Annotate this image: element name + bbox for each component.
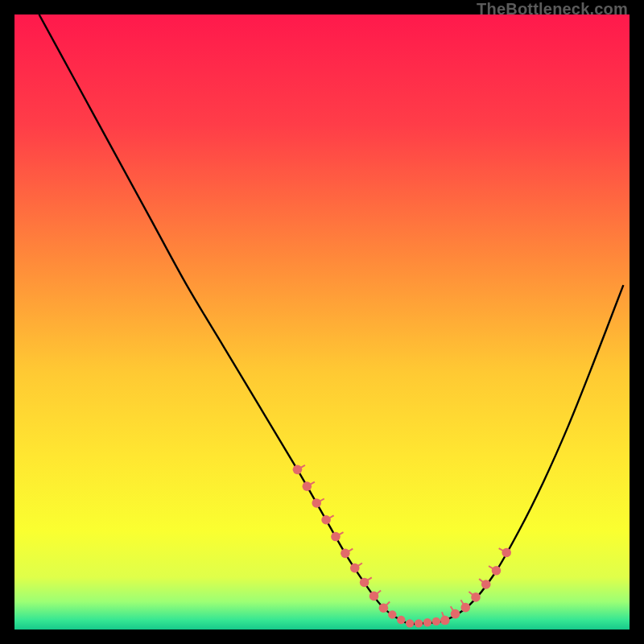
- highlight-dot: [406, 619, 414, 627]
- highlight-dot: [293, 465, 303, 475]
- highlight-dot: [397, 616, 405, 624]
- highlight-dot: [432, 617, 440, 625]
- highlight-dot: [451, 609, 460, 619]
- highlight-dot: [321, 515, 331, 525]
- highlight-dot: [350, 564, 360, 573]
- highlight-dot: [460, 603, 470, 613]
- highlight-dot: [379, 604, 387, 612]
- highlight-dot: [312, 498, 321, 508]
- highlight-dot: [415, 619, 423, 627]
- highlight-dot: [481, 580, 491, 589]
- highlight-dot: [440, 616, 450, 625]
- highlight-dot: [369, 592, 379, 601]
- highlight-dot: [388, 610, 396, 618]
- bottleneck-chart: [14, 14, 630, 630]
- highlight-dot: [423, 618, 431, 626]
- highlight-dot: [360, 578, 369, 588]
- highlight-dot: [303, 481, 312, 491]
- highlight-dot: [331, 532, 341, 542]
- highlight-dot: [471, 592, 481, 602]
- gradient-background: [14, 14, 630, 630]
- highlight-dot: [341, 549, 350, 559]
- highlight-dot: [492, 566, 502, 576]
- highlight-dot: [502, 548, 511, 558]
